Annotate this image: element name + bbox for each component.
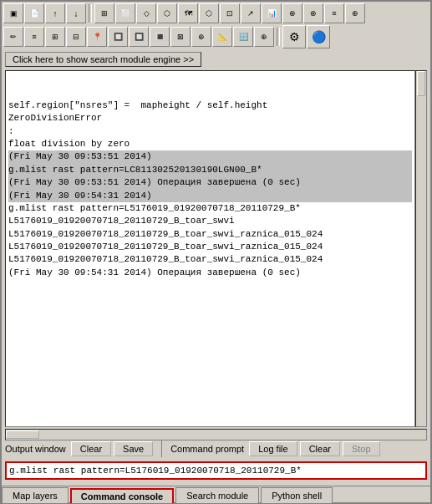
r2-7-icon: 🔲: [135, 33, 144, 41]
tb7-icon: ◇: [144, 9, 150, 18]
toolbar-btn-3[interactable]: ↑: [45, 3, 65, 23]
r2-12-icon: 🔡: [239, 33, 248, 41]
toolbar-btn-11[interactable]: ⊡: [220, 3, 240, 23]
console-line: L5176019_01920070718_20110729_B_toar_swv…: [8, 253, 412, 266]
tb2-icon: 📄: [30, 9, 39, 18]
console-line: (Fri May 30 09:54:31 2014): [8, 190, 412, 202]
tb3-icon: ↑: [53, 9, 58, 18]
toolbar-btn-r2-9[interactable]: ⊠: [170, 27, 191, 47]
main-window: ▣ 📄 ↑ ↓ ⊞ ⬜ ◇ ⬡: [0, 0, 432, 504]
tb1-icon: ▣: [10, 9, 18, 18]
toolbar-btn-17[interactable]: ⊕: [345, 3, 365, 23]
toolbar-btn-r2-1[interactable]: ✏: [3, 27, 23, 47]
console-line: float division by zero: [8, 138, 412, 150]
r2-4-icon: ⊟: [73, 33, 79, 41]
console-output[interactable]: self.region["nsres"] = mapheight / self.…: [5, 70, 415, 427]
toolbar-btn-13[interactable]: 📊: [262, 3, 282, 23]
tb16-icon: ≡: [332, 9, 336, 18]
r2-8-icon: 🔳: [155, 33, 165, 41]
toolbar-btn-6[interactable]: ⬜: [115, 3, 135, 23]
console-line: L5176019_01920070718_20110729_B_toar_swv…: [8, 241, 412, 253]
toolbar-btn-2[interactable]: 📄: [24, 3, 44, 23]
toolbar-sep-2: [277, 28, 280, 46]
console-line: g.mlist rast pattern=LC811302520130190LG…: [8, 164, 412, 176]
toolbar-btn-r2-7[interactable]: 🔲: [129, 27, 149, 47]
toolbar-btn-7[interactable]: ◇: [136, 3, 156, 23]
hscroll-thumb[interactable]: [6, 430, 39, 439]
stop-button[interactable]: Stop: [343, 441, 380, 456]
tb13-icon: 📊: [267, 9, 277, 18]
r2-5-icon: 📍: [93, 33, 102, 41]
tb8-icon: ⬡: [164, 9, 170, 18]
tab-map-layers[interactable]: Map layers: [2, 487, 69, 503]
help-icon: 🔵: [312, 30, 326, 43]
toolbar-btn-5[interactable]: ⊞: [94, 3, 114, 23]
toolbar-btn-r2-12[interactable]: 🔡: [233, 27, 253, 47]
tb14-icon: ⊕: [289, 9, 296, 18]
toolbar-btn-r2-6[interactable]: 🔲: [108, 27, 128, 47]
toolbar-btn-4[interactable]: ↓: [66, 3, 86, 23]
console-line: L5176019_01920070718_20110729_B_toar_swv…: [8, 228, 412, 241]
tb10-icon: ⬡: [206, 9, 212, 18]
command-prompt-buttons: Log file Clear Stop: [249, 441, 379, 456]
command-input-row: [5, 461, 427, 480]
toolbar-btn-r2-3[interactable]: ⊞: [45, 27, 65, 47]
toolbar-sep-1: [89, 4, 92, 23]
tb17-icon: ⊕: [352, 9, 358, 18]
command-prompt-label: Command prompt: [170, 444, 244, 454]
console-line: L5176019_01920070718_20110729_B_toar_swv…: [8, 215, 412, 227]
toolbar-btn-r2-8[interactable]: 🔳: [150, 27, 170, 47]
tab-python-shell[interactable]: Python shell: [261, 487, 333, 503]
console-line: (Fri May 30 09:53:51 2014) Операция заве…: [8, 176, 412, 189]
section-divider: [161, 440, 162, 457]
toolbar-btn-16[interactable]: ≡: [324, 3, 344, 23]
tab-search-module[interactable]: Search module: [175, 487, 259, 503]
toolbar-btn-r2-4[interactable]: ⊟: [66, 27, 86, 47]
content-area: Click here to show search module engine …: [2, 50, 430, 484]
toolbar-btn-r2-15[interactable]: 🔵: [307, 25, 330, 48]
settings-icon: ⚙: [289, 30, 300, 43]
r2-13-icon: ⊕: [261, 33, 267, 41]
toolbar-btn-8[interactable]: ⬡: [157, 3, 177, 23]
vscroll-thumb[interactable]: [417, 71, 425, 96]
toolbar-btn-15[interactable]: ⊗: [303, 3, 323, 23]
console-line: (Fri May 30 09:53:51 2014): [8, 150, 412, 163]
tb6-icon: ⬜: [121, 9, 130, 18]
toolbar-btn-10[interactable]: ⬡: [199, 3, 219, 23]
tb12-icon: ↗: [247, 9, 254, 18]
console-line: (Fri May 30 09:54:31 2014) Операция заве…: [8, 267, 412, 279]
toolbar-btn-r2-2[interactable]: ≡: [24, 27, 44, 47]
r2-11-icon: 📐: [218, 33, 227, 41]
output-save-button[interactable]: Save: [114, 441, 153, 456]
toolbar-area: ▣ 📄 ↑ ↓ ⊞ ⬜ ◇ ⬡: [2, 2, 430, 50]
toolbar-btn-9[interactable]: 🗺: [178, 3, 198, 23]
r2-10-icon: ⊕: [198, 33, 205, 41]
r2-9-icon: ⊠: [177, 33, 184, 41]
toolbar-btn-r2-14[interactable]: ⚙: [282, 25, 306, 48]
command-input-field[interactable]: [5, 461, 427, 480]
console-line: g.mlist rast pattern=L5176019_0192007071…: [8, 202, 412, 215]
tb11-icon: ⊡: [226, 9, 233, 18]
r2-1-icon: ✏: [10, 33, 17, 41]
log-file-button[interactable]: Log file: [249, 441, 297, 456]
toolbar-btn-12[interactable]: ↗: [241, 3, 261, 23]
tb5-icon: ⊞: [101, 9, 108, 18]
search-module-button[interactable]: Click here to show search module engine …: [5, 52, 201, 67]
search-module-row: Click here to show search module engine …: [5, 52, 427, 67]
r2-3-icon: ⊞: [52, 33, 58, 41]
hscroll-bar[interactable]: [5, 429, 427, 440]
toolbar-row-1: ▣ 📄 ↑ ↓ ⊞ ⬜ ◇ ⬡: [3, 3, 429, 23]
toolbar-btn-r2-5[interactable]: 📍: [87, 27, 107, 47]
vscroll-bar[interactable]: [415, 70, 427, 427]
command-clear-button[interactable]: Clear: [300, 441, 340, 456]
tab-command-console[interactable]: Command console: [70, 488, 174, 503]
console-line: ZeroDivisionError: [8, 112, 412, 125]
toolbar-btn-1[interactable]: ▣: [3, 3, 23, 23]
tb4-icon: ↓: [74, 9, 79, 18]
toolbar-btn-r2-10[interactable]: ⊕: [191, 27, 211, 47]
toolbar-btn-14[interactable]: ⊕: [282, 3, 302, 23]
r2-6-icon: 🔲: [114, 33, 123, 41]
output-clear-button[interactable]: Clear: [71, 441, 111, 456]
toolbar-btn-r2-13[interactable]: ⊕: [254, 27, 274, 47]
toolbar-btn-r2-11[interactable]: 📐: [212, 27, 232, 47]
